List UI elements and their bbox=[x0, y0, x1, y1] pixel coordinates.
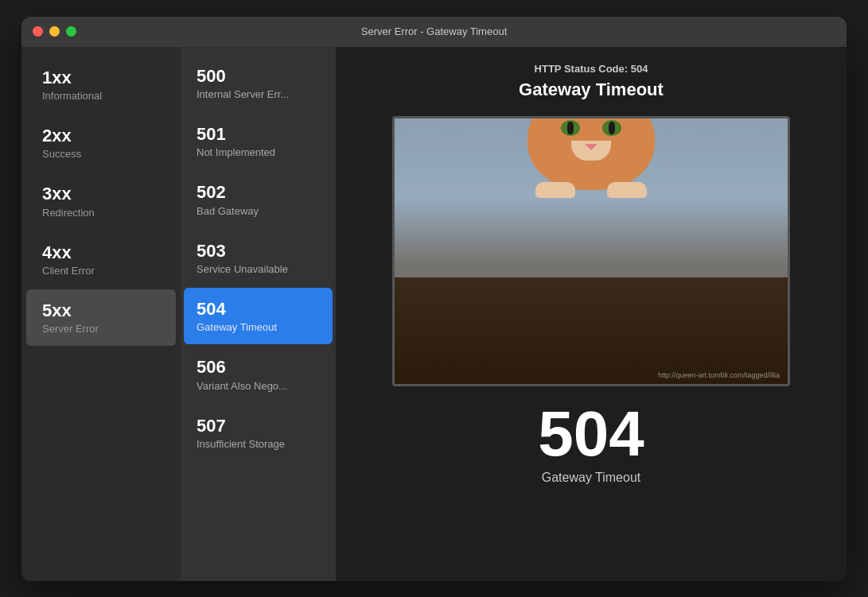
sidebar-item-5xx[interactable]: 5xx Server Error bbox=[26, 289, 176, 346]
http-status-label: HTTP Status Code: 504 bbox=[535, 63, 648, 75]
cat-eye-right bbox=[602, 120, 621, 136]
cat-eye-left bbox=[561, 120, 580, 136]
sidebar-item-3xx[interactable]: 3xx Redirection bbox=[26, 173, 176, 229]
content-area: 1xx Informational 2xx Success 3xx Redire… bbox=[21, 47, 847, 581]
cat-eyes bbox=[561, 120, 621, 136]
category-code: 3xx bbox=[42, 184, 160, 204]
category-sidebar: 1xx Informational 2xx Success 3xx Redire… bbox=[21, 47, 181, 581]
window-title: Server Error - Gateway Timeout bbox=[361, 25, 508, 37]
error-name-large: Gateway Timeout bbox=[542, 471, 641, 485]
code-desc: Insufficient Storage bbox=[197, 438, 320, 450]
main-panel: HTTP Status Code: 504 Gateway Timeout bbox=[336, 47, 847, 581]
code-desc: Service Unavailable bbox=[197, 263, 320, 275]
traffic-lights bbox=[33, 26, 76, 37]
codes-sidebar: 500 Internal Server Err... 501 Not Imple… bbox=[181, 47, 336, 581]
sidebar-item-2xx[interactable]: 2xx Success bbox=[26, 114, 176, 171]
code-number: 500 bbox=[197, 66, 320, 87]
code-desc: Variant Also Nego... bbox=[197, 380, 320, 392]
code-item-504[interactable]: 504 Gateway Timeout bbox=[184, 288, 333, 344]
code-desc: Internal Server Err... bbox=[197, 88, 320, 100]
code-item-501[interactable]: 501 Not Implemented bbox=[184, 113, 333, 169]
category-code: 1xx bbox=[42, 68, 160, 88]
category-code: 2xx bbox=[42, 126, 160, 146]
sidebar-item-1xx[interactable]: 1xx Informational bbox=[26, 56, 176, 113]
code-number: 507 bbox=[197, 416, 320, 436]
category-code: 5xx bbox=[42, 300, 160, 321]
code-number: 504 bbox=[197, 299, 320, 320]
category-label: Success bbox=[42, 148, 160, 160]
code-desc: Bad Gateway bbox=[197, 205, 320, 217]
close-button[interactable] bbox=[33, 26, 43, 37]
code-item-506[interactable]: 506 Variant Also Nego... bbox=[184, 346, 333, 402]
category-label: Informational bbox=[42, 90, 160, 102]
category-label: Server Error bbox=[42, 323, 160, 335]
code-number: 502 bbox=[197, 182, 320, 203]
category-label: Redirection bbox=[42, 207, 160, 219]
category-code: 4xx bbox=[42, 242, 160, 263]
cat-scene bbox=[395, 118, 788, 384]
cat-body bbox=[512, 116, 671, 309]
minimize-button[interactable] bbox=[49, 26, 60, 37]
image-caption: http://queen-art.tumblr.com/tagged/illia bbox=[658, 371, 780, 379]
code-desc: Not Implemented bbox=[197, 146, 320, 158]
code-number: 503 bbox=[197, 241, 320, 262]
sidebar-item-4xx[interactable]: 4xx Client Error bbox=[26, 231, 176, 288]
error-code-large: 504 bbox=[538, 402, 644, 466]
cat-image: http://queen-art.tumblr.com/tagged/illia bbox=[392, 116, 790, 386]
code-item-507[interactable]: 507 Insufficient Storage bbox=[184, 405, 333, 461]
cat-paw-right bbox=[607, 182, 647, 198]
code-number: 501 bbox=[197, 124, 320, 145]
code-item-503[interactable]: 503 Service Unavailable bbox=[184, 230, 333, 286]
cat-nose bbox=[585, 144, 597, 150]
code-item-500[interactable]: 500 Internal Server Err... bbox=[184, 55, 333, 111]
cat-paw-left bbox=[535, 182, 575, 198]
code-desc: Gateway Timeout bbox=[197, 321, 320, 333]
app-window: Server Error - Gateway Timeout 1xx Infor… bbox=[21, 17, 847, 581]
maximize-button[interactable] bbox=[66, 26, 76, 37]
code-number: 506 bbox=[197, 357, 320, 378]
category-label: Client Error bbox=[42, 265, 160, 277]
code-item-502[interactable]: 502 Bad Gateway bbox=[184, 171, 333, 227]
cat-head bbox=[527, 116, 655, 190]
gateway-title: Gateway Timeout bbox=[519, 79, 664, 100]
titlebar: Server Error - Gateway Timeout bbox=[21, 17, 847, 47]
